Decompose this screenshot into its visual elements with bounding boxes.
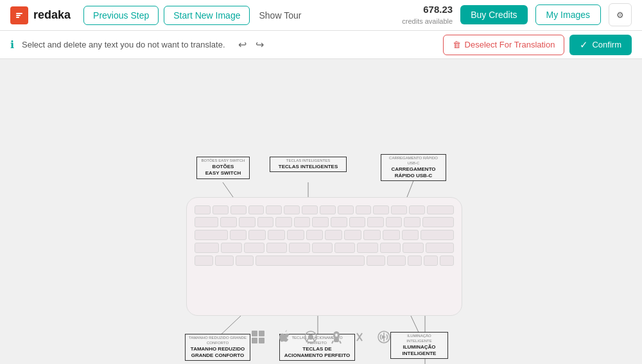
svg-line-23 <box>332 341 333 343</box>
svg-rect-13 <box>252 338 257 343</box>
label-botoes-easy-switch[interactable]: BOTÕES EASY SWITCH BOTÕESEASY SWITCH <box>196 157 250 179</box>
toolbar-right: 🗑 Deselect For Translation ✓ Confirm <box>443 35 632 55</box>
svg-point-21 <box>335 334 338 337</box>
svg-rect-11 <box>252 331 257 336</box>
label-botoes-text: BOTÕESEASY SWITCH <box>205 164 241 176</box>
my-images-button[interactable]: My Images <box>535 4 601 25</box>
label-botoes-tag: BOTÕES EASY SWITCH <box>200 159 246 164</box>
instruction-text: Select and delete any text you do not wa… <box>22 40 225 49</box>
usb-icon <box>377 330 391 348</box>
bluetooth-icon <box>355 330 364 348</box>
label-carregamento-text: CARREGAMENTORÁPIDO USB-C <box>391 166 435 178</box>
svg-rect-22 <box>334 338 339 342</box>
logo-icon <box>10 6 28 24</box>
header-right: 678.23 credits available Buy Credits My … <box>402 3 632 26</box>
label-iluminacao[interactable]: ILUMINAÇÃO INTELIGENTE ILUMINAÇÃOINTELIG… <box>390 332 448 359</box>
confirm-button[interactable]: ✓ Confirm <box>569 35 632 55</box>
label-carregamento[interactable]: CARREGAMENTO RÁPIDO USB-C CARREGAMENTORÁ… <box>381 154 446 181</box>
windows-icon <box>251 330 265 348</box>
previous-step-button[interactable]: Previous Step <box>83 6 159 25</box>
start-new-image-button[interactable]: Start New Image <box>164 6 250 25</box>
os-icons <box>251 330 391 348</box>
label-tamanho-tag: TAMANHO REDUZIDO GRANDE CONFORTO <box>189 336 247 346</box>
trash-icon: 🗑 <box>453 40 461 49</box>
check-icon: ✓ <box>580 39 588 51</box>
svg-rect-3 <box>16 17 19 18</box>
svg-rect-12 <box>259 331 265 336</box>
redo-button[interactable]: ↪ <box>253 37 266 52</box>
keyboard-image <box>186 197 462 316</box>
svg-rect-1 <box>16 13 22 14</box>
label-teclas-tag: TECLAS INTELIGENTES <box>273 159 343 164</box>
label-carregamento-tag: CARREGAMENTO RÁPIDO USB-C <box>385 156 442 166</box>
credits-value: 678.23 <box>402 3 453 16</box>
info-icon: ℹ <box>10 39 14 51</box>
logo: redaka <box>10 6 71 24</box>
label-teclas-text: TECLAS INTELIGENTES <box>279 164 338 169</box>
credits-info: 678.23 credits available <box>402 3 453 26</box>
confirm-label: Confirm <box>592 40 621 49</box>
settings-button[interactable]: ⚙ <box>609 3 632 26</box>
svg-line-24 <box>340 341 341 343</box>
svg-rect-2 <box>16 15 21 16</box>
header: redaka Previous Step Start New Image Sho… <box>0 0 642 31</box>
show-tour-button[interactable]: Show Tour <box>259 10 301 21</box>
buy-credits-button[interactable]: Buy Credits <box>460 5 527 24</box>
svg-rect-14 <box>259 338 265 343</box>
label-iluminacao-tag: ILUMINAÇÃO INTELIGENTE <box>394 334 444 344</box>
gear-icon: ⚙ <box>616 10 624 20</box>
logo-text: redaka <box>33 8 71 22</box>
apple-icon <box>278 330 291 348</box>
credits-label: credits available <box>402 17 453 25</box>
label-iluminacao-text: ILUMINAÇÃOINTELIGENTE <box>403 344 437 356</box>
chrome-icon <box>304 330 318 348</box>
undo-button[interactable]: ↩ <box>236 37 249 52</box>
deselect-label: Deselect For Translation <box>465 40 555 49</box>
deselect-button[interactable]: 🗑 Deselect For Translation <box>443 35 565 55</box>
linux-icon <box>331 330 342 348</box>
toolbar: ℹ Select and delete any text you do not … <box>0 31 642 59</box>
label-teclas-inteligentes[interactable]: TECLAS INTELIGENTES TECLAS INTELIGENTES <box>270 157 347 172</box>
undo-redo-controls: ↩ ↪ <box>236 37 266 52</box>
label-tamanho[interactable]: TAMANHO REDUZIDO GRANDE CONFORTO TAMANHO… <box>185 334 250 361</box>
main-canvas: BOTÕES EASY SWITCH BOTÕESEASY SWITCH TEC… <box>0 59 642 364</box>
label-tamanho-text: TAMANHO REDUZIDOGRANDE CONFORTO <box>191 346 245 358</box>
